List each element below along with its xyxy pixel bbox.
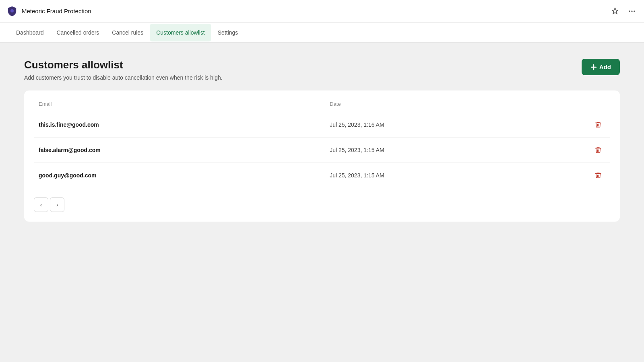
trash-icon — [594, 172, 602, 179]
app-title: Meteoric Fraud Protection — [22, 8, 91, 14]
more-icon — [628, 7, 636, 15]
tab-dashboard[interactable]: Dashboard — [10, 24, 50, 41]
nav-bar: Dashboard Cancelled orders Cancel rules … — [0, 23, 644, 43]
trash-icon — [594, 146, 602, 154]
add-button[interactable]: Add — [582, 59, 620, 75]
table-row: false.alarm@good.comJul 25, 2023, 1:15 A… — [34, 138, 610, 163]
main-content: Customers allowlist Add customers you tr… — [0, 43, 644, 238]
action-cell — [586, 163, 610, 188]
col-header-actions — [586, 97, 610, 112]
date-cell: Jul 25, 2023, 1:15 AM — [325, 163, 586, 188]
svg-point-2 — [631, 10, 632, 12]
prev-page-button[interactable]: ‹ — [34, 197, 48, 212]
svg-point-1 — [629, 10, 630, 12]
col-header-email: Email — [34, 97, 325, 112]
table-card: Email Date this.is.fine@good.comJul 25, … — [24, 90, 620, 222]
svg-point-0 — [10, 9, 14, 12]
page-header: Customers allowlist Add customers you tr… — [24, 59, 620, 81]
header-left: Meteoric Fraud Protection — [6, 6, 91, 17]
email-cell: good.guy@good.com — [34, 163, 325, 188]
col-header-date: Date — [325, 97, 586, 112]
tab-customers-allowlist[interactable]: Customers allowlist — [150, 24, 211, 41]
header-right — [609, 6, 638, 17]
app-header: Meteoric Fraud Protection — [0, 0, 644, 23]
pagination: ‹ › — [34, 197, 610, 212]
svg-point-3 — [634, 10, 635, 12]
app-logo-icon — [6, 6, 18, 17]
more-button[interactable] — [626, 6, 638, 17]
plus-icon — [590, 64, 597, 70]
pin-icon — [611, 7, 619, 15]
table-header-row: Email Date — [34, 97, 610, 112]
email-cell: this.is.fine@good.com — [34, 112, 325, 138]
tab-cancelled-orders[interactable]: Cancelled orders — [50, 24, 106, 41]
date-cell: Jul 25, 2023, 1:16 AM — [325, 112, 586, 138]
table-row: good.guy@good.comJul 25, 2023, 1:15 AM — [34, 163, 610, 188]
page-description: Add customers you trust to disable auto … — [24, 74, 223, 81]
delete-button[interactable] — [591, 145, 605, 155]
action-cell — [586, 138, 610, 163]
tab-cancel-rules[interactable]: Cancel rules — [105, 24, 150, 41]
next-page-button[interactable]: › — [50, 197, 64, 212]
trash-icon — [594, 121, 602, 128]
email-cell: false.alarm@good.com — [34, 138, 325, 163]
page-title: Customers allowlist — [24, 59, 223, 71]
delete-button[interactable] — [591, 119, 605, 130]
allowlist-table: Email Date this.is.fine@good.comJul 25, … — [34, 97, 610, 188]
tab-settings[interactable]: Settings — [211, 24, 245, 41]
table-row: this.is.fine@good.comJul 25, 2023, 1:16 … — [34, 112, 610, 138]
date-cell: Jul 25, 2023, 1:15 AM — [325, 138, 586, 163]
delete-button[interactable] — [591, 170, 605, 181]
pin-button[interactable] — [609, 6, 621, 17]
action-cell — [586, 112, 610, 138]
add-button-label: Add — [599, 64, 611, 70]
page-header-text: Customers allowlist Add customers you tr… — [24, 59, 223, 81]
